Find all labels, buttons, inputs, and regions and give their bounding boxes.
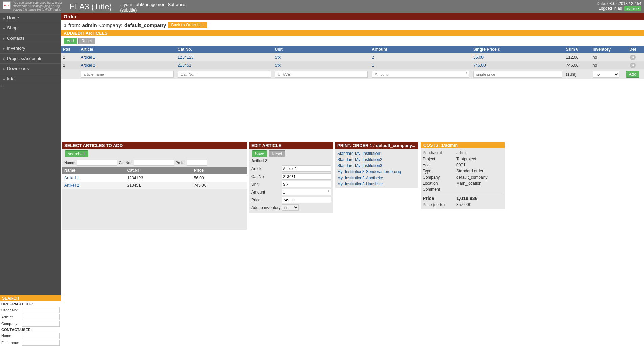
cell-catno-link[interactable]: 213451: [178, 63, 191, 68]
edit-article-input[interactable]: [282, 165, 331, 172]
edit-article-label: Article: [251, 166, 282, 171]
search-company-input[interactable]: [22, 321, 60, 327]
input-amount[interactable]: [372, 71, 469, 78]
print-link[interactable]: My_Institution3-Hausliste: [337, 181, 416, 187]
cell-pos: 2: [61, 61, 79, 69]
edit-amount-input[interactable]: [282, 189, 331, 195]
sidebar-item-contacts[interactable]: Contacts: [0, 33, 61, 43]
articles-table: Pos Article Cat No. Unit Amount Single P…: [61, 46, 644, 79]
add-button[interactable]: Add: [64, 38, 77, 44]
costs-price-row: Price1,019.83€: [423, 194, 502, 202]
user-badge[interactable]: admin: [624, 6, 641, 11]
costs-row: Companydefault_company: [423, 174, 502, 180]
costs-header: COSTS: 1/admin: [421, 142, 505, 148]
edit-price-input[interactable]: [282, 197, 331, 203]
cell-article-link[interactable]: Artikel 1: [81, 55, 95, 60]
cell-sum: 112.00: [564, 53, 591, 61]
cell-catno-link[interactable]: 1234123: [178, 55, 194, 60]
main-content: Order 1 from: admin Company: default_com…: [61, 13, 644, 346]
sidebar-spacer: [0, 84, 61, 295]
col-pos: Pos: [61, 46, 79, 53]
cell-price-link[interactable]: 745.00: [473, 63, 486, 68]
col-amount: Amount: [370, 46, 471, 53]
edit-inv-label: Add to inventory: [251, 205, 282, 210]
list-item[interactable]: Artikel 2213451745.00: [62, 182, 247, 189]
order-header: Order: [61, 13, 644, 20]
print-link[interactable]: My_Institution3-Sonderanforderung: [337, 169, 416, 175]
edit-current: Artikel 2: [249, 159, 333, 163]
cell-unit-link[interactable]: Stk: [275, 63, 281, 68]
order-id: 1: [64, 22, 66, 28]
print-link[interactable]: Standard My_Institution1: [337, 150, 416, 157]
search-orderno-input[interactable]: [22, 307, 60, 313]
costs-key: Project: [423, 157, 456, 161]
search-article-label: Article:: [1, 315, 22, 319]
filter-catno-input[interactable]: [134, 160, 174, 166]
costs-row: LocationMain_location: [423, 180, 502, 186]
sel-name[interactable]: Artikel 2: [64, 183, 79, 188]
edit-catno-input[interactable]: [282, 173, 331, 180]
select-articles-panel: SELECT ARTICLES TO ADD search/all Name: …: [62, 142, 247, 230]
add-edit-toolbar: Add Reset: [61, 36, 644, 46]
sidebar-item-home[interactable]: Home: [0, 13, 61, 23]
reset-button[interactable]: Reset: [78, 38, 95, 44]
input-price[interactable]: [473, 71, 562, 78]
costs-key: Comment: [423, 187, 456, 192]
subtitle-line2: (subtitle): [120, 7, 185, 13]
subtitle-line1: ...your LabManagement Software: [120, 2, 185, 7]
cell-sum: 745.00: [564, 61, 591, 69]
search-firstname-input[interactable]: [22, 340, 60, 346]
sidebar-item-shop[interactable]: Shop: [0, 23, 61, 33]
cell-amount-link[interactable]: 1: [372, 63, 374, 68]
sel-name[interactable]: Artikel 1: [64, 176, 79, 180]
input-article-name[interactable]: [81, 71, 174, 78]
row-add-button[interactable]: Add: [626, 71, 639, 78]
costs-val: [456, 187, 502, 192]
cell-unit-link[interactable]: Stk: [275, 55, 281, 60]
cell-article-link[interactable]: Artikel 2: [81, 63, 95, 68]
edit-article-header: EDIT ARTICLE: [249, 142, 333, 149]
list-item[interactable]: Artikel 1123412356.00: [62, 174, 247, 182]
print-header: PRINT: ORDER 1 / default_company...: [335, 142, 418, 149]
print-link[interactable]: My_Institution3-Apotheke: [337, 175, 416, 181]
sidebar-item-projects[interactable]: Projects/Accounts: [0, 54, 61, 64]
back-to-order-list-button[interactable]: Back to Order List: [168, 22, 207, 28]
filter-price-input[interactable]: [187, 160, 207, 166]
search-name-input[interactable]: [22, 333, 60, 339]
input-inventory[interactable]: no: [593, 71, 619, 78]
sel-col-catnr: Cat.Nr: [125, 167, 192, 174]
col-price: Single Price €: [471, 46, 564, 53]
costs-row: Acc.0001: [423, 162, 502, 168]
filter-name-input[interactable]: [77, 160, 117, 166]
sidebar-item-inventory[interactable]: Inventory: [0, 43, 61, 54]
price-label: Price: [423, 196, 456, 201]
print-link[interactable]: Standard My_Institution2: [337, 157, 416, 163]
sel-col-name: Name: [62, 167, 125, 174]
cell-amount-link[interactable]: 2: [372, 55, 374, 60]
costs-val: admin: [456, 150, 502, 155]
filter-catno-label: Cat.No.:: [119, 161, 132, 165]
table-row: 2 Artikel 2 213451 Stk 1 745.00 745.00 n…: [61, 61, 644, 69]
search-header: SEARCH: [0, 295, 61, 301]
edit-inv-select[interactable]: no: [282, 204, 299, 211]
save-button[interactable]: Save: [252, 150, 267, 157]
cell-price-link[interactable]: 56.00: [473, 55, 484, 60]
sidebar-item-info[interactable]: Info: [0, 74, 61, 84]
edit-unit-input[interactable]: [282, 181, 331, 187]
cell-inventory: no: [591, 61, 621, 69]
search-article-input[interactable]: [22, 314, 60, 320]
select-articles-header: SELECT ARTICLES TO ADD: [62, 142, 247, 149]
print-link[interactable]: Standard My_Institution3: [337, 163, 416, 169]
sum-placeholder: (sum): [564, 69, 591, 79]
search-all-button[interactable]: search/all: [65, 150, 88, 157]
edit-reset-button[interactable]: Reset: [269, 150, 285, 157]
delete-icon[interactable]: ✕: [630, 55, 636, 60]
input-catno[interactable]: [178, 71, 271, 78]
filter-price-label: Preis:: [176, 161, 185, 165]
sidebar-item-downloads[interactable]: Downloads: [0, 64, 61, 74]
cell-inventory: no: [591, 53, 621, 61]
price-value: 1,019.83€: [456, 196, 502, 201]
input-unit[interactable]: [275, 71, 368, 78]
delete-icon[interactable]: ✕: [630, 63, 636, 68]
order-info: 1 from: admin Company: default_company B…: [61, 20, 644, 30]
